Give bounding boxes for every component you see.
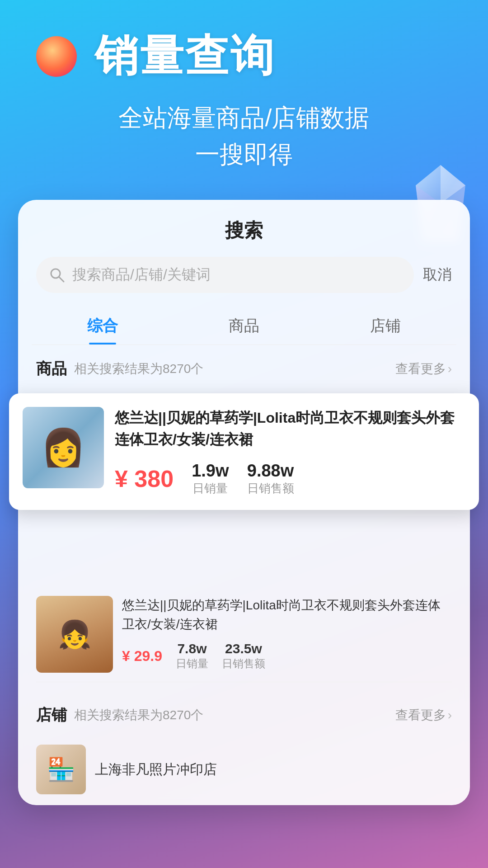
products-count: 相关搜索结果为8270个 [74, 360, 395, 377]
highlight-product-name: 悠兰达||贝妮的草药学|Lolita时尚卫衣不规则套头外套连体卫衣/女装/连衣裙 [115, 407, 465, 450]
products-section-title: 商品 [36, 359, 67, 379]
highlight-card[interactable]: 悠兰达||贝妮的草药学|Lolita时尚卫衣不规则套头外套连体卫衣/女装/连衣裙… [9, 393, 479, 510]
stores-count: 相关搜索结果为8270个 [74, 707, 395, 724]
product-stat-1: 7.8w 日销量 [176, 641, 208, 671]
stores-section-title: 店铺 [36, 705, 67, 726]
stores-more-button[interactable]: 查看更多 › [395, 707, 452, 724]
products-more-button[interactable]: 查看更多 › [395, 360, 452, 377]
svg-line-4 [59, 277, 64, 282]
chevron-right-icon: › [448, 708, 452, 722]
stores-section-header: 店铺 相关搜索结果为8270个 查看更多 › [36, 691, 452, 734]
chevron-right-icon: › [448, 362, 452, 376]
highlight-product-info: 悠兰达||贝妮的草药学|Lolita时尚卫衣不规则套头外套连体卫衣/女装/连衣裙… [115, 407, 465, 496]
highlight-product-price: ¥ 380 [115, 465, 174, 492]
search-bar-row: 搜索商品/店铺/关键词 取消 [36, 257, 452, 293]
search-icon [49, 267, 65, 283]
search-placeholder: 搜索商品/店铺/关键词 [72, 265, 211, 285]
store-name: 上海非凡照片冲印店 [95, 760, 217, 779]
product-image: 👧 [36, 596, 113, 673]
tab-comprehensive[interactable]: 综合 [32, 307, 173, 344]
search-panel-title: 搜索 [36, 218, 452, 243]
store-image [36, 745, 86, 794]
page-subtitle: 全站海量商品/店铺数据 一搜即得 [36, 99, 452, 173]
product-name: 悠兰达||贝妮的草药学|Lolita时尚卫衣不规则套头外套连体卫衣/女装/连衣裙 [122, 596, 452, 634]
products-section-header: 商品 相关搜索结果为8270个 查看更多 › [36, 345, 452, 387]
tabs: 综合 商品 店铺 [32, 307, 456, 345]
highlight-stat-2: 9.88w 日销售额 [247, 461, 294, 496]
header: 销量查询 全站海量商品/店铺数据 一搜即得 [0, 0, 488, 191]
store-item[interactable]: 上海非凡照片冲印店 [36, 734, 452, 805]
highlight-product-image [23, 407, 104, 488]
product-meta: ¥ 29.9 7.8w 日销量 23.5w 日销售额 [122, 641, 452, 671]
page-title: 销量查询 [95, 27, 276, 86]
product-info: 悠兰达||贝妮的草药学|Lolita时尚卫衣不规则套头外套连体卫衣/女装/连衣裙… [122, 596, 452, 671]
highlight-product-meta: ¥ 380 1.9w 日销量 9.88w 日销售额 [115, 461, 465, 496]
avatar [36, 36, 77, 77]
tab-stores[interactable]: 店铺 [315, 307, 456, 344]
search-bar[interactable]: 搜索商品/店铺/关键词 [36, 257, 414, 293]
product-item[interactable]: 👧 悠兰达||贝妮的草药学|Lolita时尚卫衣不规则套头外套连体卫衣/女装/连… [36, 587, 452, 682]
product-stat-2: 23.5w 日销售额 [222, 641, 265, 671]
tab-products[interactable]: 商品 [173, 307, 314, 344]
highlight-stat-1: 1.9w 日销量 [192, 461, 229, 496]
product-price: ¥ 29.9 [122, 648, 162, 665]
cancel-button[interactable]: 取消 [423, 265, 452, 285]
